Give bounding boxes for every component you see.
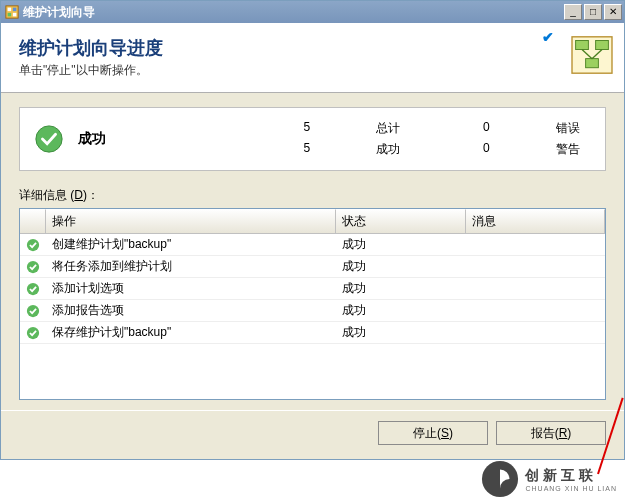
watermark-en: CHUANG XIN HU LIAN	[525, 485, 617, 492]
watermark-cn: 创新互联	[525, 467, 617, 485]
watermark: 创新互联 CHUANG XIN HU LIAN	[481, 460, 617, 498]
svg-rect-7	[596, 40, 609, 49]
titlebar[interactable]: 维护计划向导 _ □ ✕	[1, 1, 624, 23]
svg-rect-4	[13, 13, 17, 17]
table-row[interactable]: 保存维护计划"backup"成功	[20, 322, 605, 344]
summary-panel: 成功 5 总计 0 错误 5 成功 0 警告	[19, 107, 606, 171]
svg-rect-1	[8, 8, 12, 12]
row-action: 添加报告选项	[46, 300, 336, 321]
row-success-icon	[20, 238, 46, 252]
details-grid: 操作 状态 消息 创建维护计划"backup"成功将任务添加到维护计划成功添加计…	[19, 208, 606, 400]
row-message	[466, 309, 605, 313]
wizard-icon	[570, 35, 614, 75]
row-message	[466, 243, 605, 247]
column-header-status[interactable]: 状态	[336, 209, 466, 233]
svg-rect-3	[8, 13, 12, 17]
success-count: 5	[292, 141, 316, 158]
column-header-action[interactable]: 操作	[46, 209, 336, 233]
close-button[interactable]: ✕	[604, 4, 622, 20]
svg-rect-2	[13, 8, 17, 12]
minimize-button[interactable]: _	[564, 4, 582, 20]
column-header-icon[interactable]	[20, 209, 46, 233]
row-message	[466, 265, 605, 269]
success-icon	[34, 124, 64, 154]
total-label: 总计	[376, 120, 411, 137]
error-label: 错误	[556, 120, 591, 137]
wizard-header: 维护计划向导进度 单击"停止"以中断操作。 ✔	[1, 23, 624, 93]
page-title: 维护计划向导进度	[19, 36, 163, 60]
window-title: 维护计划向导	[23, 4, 564, 21]
warning-label: 警告	[556, 141, 591, 158]
row-status: 成功	[336, 322, 466, 343]
error-count: 0	[472, 120, 496, 137]
table-row[interactable]: 添加计划选项成功	[20, 278, 605, 300]
row-status: 成功	[336, 278, 466, 299]
maximize-button[interactable]: □	[584, 4, 602, 20]
row-action: 保存维护计划"backup"	[46, 322, 336, 343]
warning-count: 0	[472, 141, 496, 158]
row-success-icon	[20, 260, 46, 274]
header-checkmark-icon: ✔	[542, 29, 554, 45]
app-icon	[5, 5, 19, 19]
row-status: 成功	[336, 234, 466, 255]
success-label: 成功	[376, 141, 411, 158]
wizard-window: 维护计划向导 _ □ ✕ 维护计划向导进度 单击"停止"以中断操作。 ✔ 成功 …	[0, 0, 625, 460]
svg-rect-8	[586, 59, 599, 68]
grid-body[interactable]: 创建维护计划"backup"成功将任务添加到维护计划成功添加计划选项成功添加报告…	[20, 234, 605, 399]
row-success-icon	[20, 304, 46, 318]
total-count: 5	[292, 120, 316, 137]
svg-point-11	[36, 126, 62, 152]
row-success-icon	[20, 282, 46, 296]
details-label: 详细信息 (D)：	[19, 187, 606, 204]
row-message	[466, 331, 605, 335]
column-header-message[interactable]: 消息	[466, 209, 605, 233]
table-row[interactable]: 添加报告选项成功	[20, 300, 605, 322]
row-success-icon	[20, 326, 46, 340]
stop-button[interactable]: 停止(S)	[378, 421, 488, 445]
svg-rect-6	[576, 40, 589, 49]
table-row[interactable]: 将任务添加到维护计划成功	[20, 256, 605, 278]
summary-status: 成功	[78, 130, 278, 148]
row-action: 添加计划选项	[46, 278, 336, 299]
row-status: 成功	[336, 256, 466, 277]
grid-header: 操作 状态 消息	[20, 209, 605, 234]
row-action: 创建维护计划"backup"	[46, 234, 336, 255]
watermark-logo-icon	[481, 460, 519, 498]
report-button[interactable]: 报告(R)	[496, 421, 606, 445]
footer: 停止(S) 报告(R)	[1, 410, 624, 459]
page-subtitle: 单击"停止"以中断操作。	[19, 62, 163, 79]
row-status: 成功	[336, 300, 466, 321]
row-message	[466, 287, 605, 291]
table-row[interactable]: 创建维护计划"backup"成功	[20, 234, 605, 256]
row-action: 将任务添加到维护计划	[46, 256, 336, 277]
